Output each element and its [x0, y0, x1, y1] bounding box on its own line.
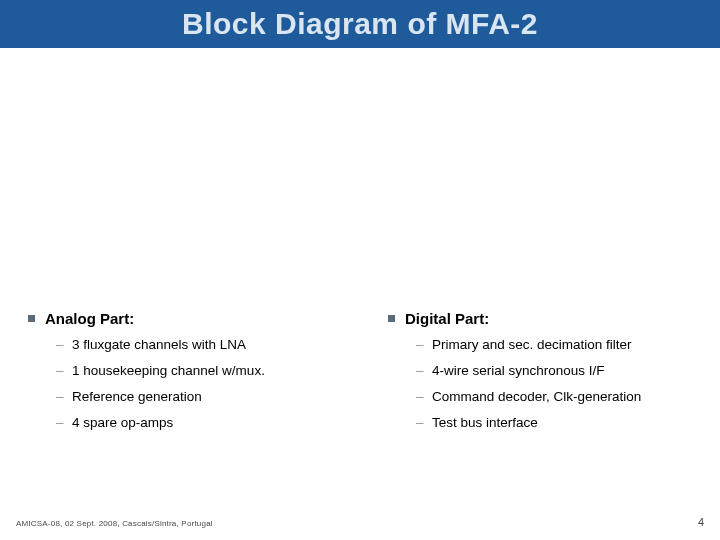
list-item: Command decoder, Clk-generation	[416, 389, 710, 406]
list-item: Reference generation	[56, 389, 350, 406]
page-number: 4	[698, 516, 704, 528]
list-item: 4 spare op-amps	[56, 415, 350, 432]
digital-heading: Digital Part:	[405, 310, 489, 327]
list-item: 1 housekeeping channel w/mux.	[56, 363, 350, 380]
slide-title: Block Diagram of MFA-2	[182, 7, 538, 41]
list-item: 3 fluxgate channels with LNA	[56, 337, 350, 354]
analog-list: 3 fluxgate channels with LNA 1 housekeep…	[28, 337, 350, 432]
right-column: Digital Part: Primary and sec. decimatio…	[360, 310, 720, 441]
square-bullet-icon	[28, 315, 35, 322]
title-bar: Block Diagram of MFA-2	[0, 0, 720, 48]
square-bullet-icon	[388, 315, 395, 322]
section-header-digital: Digital Part:	[388, 310, 710, 327]
footer: AMICSA-08, 02 Sept. 2008, Cascais/Sintra…	[16, 516, 704, 528]
section-header-analog: Analog Part:	[28, 310, 350, 327]
content-area: Analog Part: 3 fluxgate channels with LN…	[0, 310, 720, 441]
analog-heading: Analog Part:	[45, 310, 134, 327]
footer-venue: AMICSA-08, 02 Sept. 2008, Cascais/Sintra…	[16, 519, 213, 528]
left-column: Analog Part: 3 fluxgate channels with LN…	[0, 310, 360, 441]
list-item: Primary and sec. decimation filter	[416, 337, 710, 354]
list-item: Test bus interface	[416, 415, 710, 432]
list-item: 4-wire serial synchronous I/F	[416, 363, 710, 380]
digital-list: Primary and sec. decimation filter 4-wir…	[388, 337, 710, 432]
slide: Block Diagram of MFA-2 Analog Part: 3 fl…	[0, 0, 720, 540]
